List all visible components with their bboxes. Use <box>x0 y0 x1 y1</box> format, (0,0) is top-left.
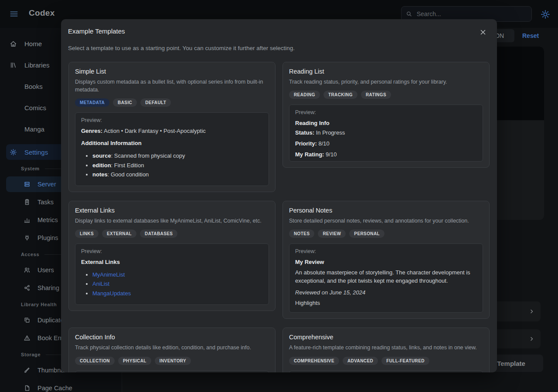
warning-icon <box>24 335 31 341</box>
template-badges: LINKSEXTERNALDATABASES <box>75 230 269 238</box>
template-badge: TRACKING <box>323 91 357 99</box>
template-badges: READINGTRACKINGRATINGS <box>289 91 483 99</box>
preview-text: Highlights <box>295 299 477 308</box>
external-link[interactable]: AniList <box>92 280 109 287</box>
list-item: edition: First Edition <box>92 162 263 169</box>
template-badge: DATABASES <box>140 230 177 238</box>
template-title: External Links <box>75 207 269 214</box>
template-badges: NOTESREVIEWPERSONAL <box>289 230 483 238</box>
preview-bullet-list: source: Scanned from physical copyeditio… <box>81 152 263 179</box>
sidebar-item-label: Comics <box>24 104 46 112</box>
template-badge: REVIEW <box>318 230 346 238</box>
preview-label: Preview: <box>81 248 263 254</box>
home-icon <box>10 40 17 47</box>
template-badge: READING <box>289 91 320 99</box>
template-card-comprehensive[interactable]: ComprehensiveA feature-rich template com… <box>282 328 490 372</box>
clipboard-icon <box>24 199 31 206</box>
file-icon <box>24 385 31 392</box>
sidebar-section-title: Access <box>21 252 39 257</box>
preview-italic-text: Reviewed on June 15, 2024 <box>295 289 477 296</box>
close-icon[interactable] <box>479 28 487 36</box>
template-badge: COMPREHENSIVE <box>289 357 339 365</box>
preview-label: Preview: <box>81 117 263 123</box>
template-description: Track physical collection details like e… <box>75 344 269 351</box>
menu-icon[interactable] <box>9 9 19 19</box>
example-templates-modal: Example Templates Select a template to u… <box>61 19 497 372</box>
template-badge: LINKS <box>75 230 99 238</box>
brush-icon <box>24 367 31 374</box>
template-card-collection-info[interactable]: Collection InfoTrack physical collection… <box>68 328 276 372</box>
sidebar-item-label: Libraries <box>24 61 50 69</box>
sidebar-item-label: Manga <box>24 125 44 133</box>
external-link[interactable]: MyAnimeList <box>92 271 125 278</box>
list-item: MangaUpdates <box>92 290 263 297</box>
preview-field: Priority: 8/10 <box>295 140 477 148</box>
sidebar-item-label: Tasks <box>37 199 54 206</box>
template-description: Displays custom metadata as a bullet lis… <box>75 78 269 94</box>
sidebar-item-label: Sharing <box>37 284 59 291</box>
preview-label: Preview: <box>295 109 477 115</box>
template-title: Collection Info <box>75 334 269 341</box>
template-preview: Preview:External LinksMyAnimeListAniList… <box>75 243 269 305</box>
template-preview: Preview:My ReviewAn absolute masterpiece… <box>289 243 483 313</box>
reset-button[interactable]: Reset <box>522 32 539 39</box>
server-icon <box>24 181 31 188</box>
library-icon <box>10 61 17 69</box>
sidebar-item-label: Home <box>24 40 42 47</box>
template-title: Reading List <box>289 68 483 75</box>
preview-heading: External Links <box>81 259 263 265</box>
template-preview: Preview:Reading InfoStatus: In ProgressP… <box>289 105 483 162</box>
sidebar-section-title: Library Health <box>21 302 57 307</box>
preview-heading: Additional Information <box>81 140 263 146</box>
template-badge: PERSONAL <box>349 230 384 238</box>
template-preview: Preview:Genres: Action • Dark Fantasy • … <box>75 112 269 186</box>
plug-icon <box>24 234 31 241</box>
search-input[interactable] <box>416 10 527 18</box>
sidebar-item-label: Books <box>24 83 43 90</box>
preview-field: Genres: Action • Dark Fantasy • Post-Apo… <box>81 127 263 135</box>
template-title: Comprehensive <box>289 334 483 341</box>
template-badge: BASIC <box>113 98 137 107</box>
sidebar-section-title: System <box>21 166 40 171</box>
template-badge: FULL-FEATURED <box>381 357 429 365</box>
template-badges: METADATABASICDEFAULT <box>75 98 269 107</box>
template-badges: COLLECTIONPHYSICALINVENTORY <box>75 357 269 365</box>
template-description: Track reading status, priority, and pers… <box>289 78 483 86</box>
template-preview: Preview:Collection DetailsFormat: Hardco… <box>75 371 269 372</box>
sidebar-section-title: Storage <box>21 352 41 357</box>
modal-subtitle: Select a template to use as a starting p… <box>61 36 497 51</box>
chevron-right-icon <box>528 308 535 315</box>
modal-title: Example Templates <box>68 27 125 35</box>
template-card-personal-notes[interactable]: Personal NotesStore detailed personal no… <box>282 201 490 319</box>
copy-icon <box>24 317 31 324</box>
sidebar-item-label: Plugins <box>37 234 58 241</box>
preview-field: My Rating: 9/10 <box>295 151 477 159</box>
bar-chart-icon <box>24 216 31 223</box>
preview-label: Preview: <box>295 248 477 254</box>
template-description: A feature-rich template combining readin… <box>289 344 483 351</box>
sidebar-item-label: Metrics <box>37 216 58 223</box>
template-card-reading-list[interactable]: Reading ListTrack reading status, priori… <box>282 62 490 168</box>
template-card-simple-list[interactable]: Simple ListDisplays custom metadata as a… <box>68 62 276 192</box>
template-badge: METADATA <box>75 98 109 107</box>
template-title: Personal Notes <box>289 207 483 214</box>
sidebar-item-label: Page Cache <box>37 385 72 392</box>
sidebar-item-page-cache[interactable]: Page Cache <box>6 380 116 392</box>
search-icon <box>406 10 412 17</box>
app-title: Codex <box>29 8 55 18</box>
template-card-external-links[interactable]: External LinksDisplay links to external … <box>68 201 276 311</box>
template-title: Simple List <box>75 68 269 75</box>
list-item: MyAnimeList <box>92 271 263 279</box>
preview-field: Status: In Progress <box>295 129 477 137</box>
template-badge: PHYSICAL <box>118 357 151 365</box>
external-link[interactable]: MangaUpdates <box>92 290 131 297</box>
preview-link-list: MyAnimeListAniListMangaUpdates <box>81 271 263 297</box>
sun-icon[interactable] <box>541 10 550 19</box>
users-icon <box>24 267 31 274</box>
template-badge: DEFAULT <box>140 98 171 107</box>
sidebar-item-label: Server <box>37 181 56 188</box>
template-badge: RATINGS <box>361 91 391 99</box>
sidebar-item-label: Settings <box>24 149 48 156</box>
template-description: Display links to external databases like… <box>75 217 269 225</box>
preview-heading: My Review <box>295 259 477 265</box>
